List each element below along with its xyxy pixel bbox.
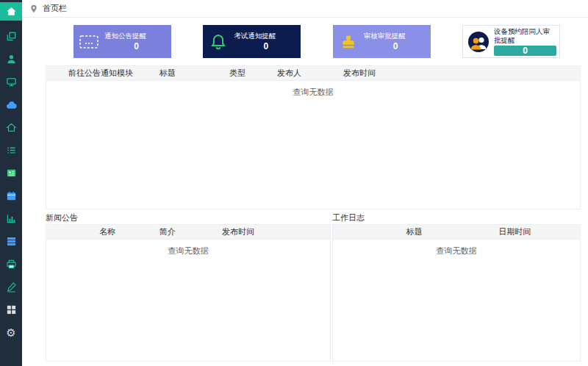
col-title: 标题 [157, 68, 226, 79]
list-icon [6, 145, 17, 156]
news-table-body: 查询无数据 [46, 240, 330, 361]
printer-icon [6, 259, 17, 270]
sidebar-item-list[interactable] [0, 139, 22, 162]
card-exam-reminder[interactable]: 考试通知提醒 0 [203, 25, 301, 58]
sidebar-item-settings[interactable]: ⚙ [0, 321, 22, 344]
col-publish-time: 发布时间 [219, 226, 330, 237]
worklog-table: 标题 日期时间 查询无数据 [332, 224, 581, 362]
card-approval-reminder[interactable]: 审核审批提醒 0 [333, 25, 431, 58]
bottom-panels: 新闻公告 名称 简介 发布时间 查询无数据 工作日志 [46, 212, 581, 362]
location-pin-icon [29, 4, 38, 13]
envelope-icon [74, 25, 104, 58]
cloud-icon [6, 99, 17, 110]
card-title: 设备预约陪同人审批提醒 [494, 27, 556, 45]
news-panel-title: 新闻公告 [46, 212, 331, 224]
sidebar-item-printer[interactable] [0, 253, 22, 276]
sidebar-item-idcard[interactable] [0, 162, 22, 184]
worklog-panel-title: 工作日志 [332, 212, 581, 224]
sidebar-item-calendar[interactable] [0, 184, 22, 207]
sidebar: ⚙ [0, 0, 22, 366]
id-card-icon [6, 168, 17, 179]
card-device-reservation-reminder[interactable]: 设备预约陪同人审批提醒 0 [462, 25, 560, 58]
notice-table-body: 查询无数据 [46, 81, 580, 209]
card-value: 0 [364, 41, 428, 51]
empty-text: 查询无数据 [333, 240, 580, 256]
chart-icon [6, 213, 17, 224]
grid-icon [6, 304, 17, 315]
empty-text: 查询无数据 [46, 240, 330, 256]
user-icon [6, 54, 17, 65]
col-publisher: 发布人 [274, 68, 340, 79]
main-area: 首页栏 通知公告提醒 0 考 [22, 0, 588, 366]
col-name: 名称 [46, 226, 157, 237]
stamp-icon [333, 25, 364, 58]
notice-table: 前往公告通知模块 标题 类型 发布人 发布时间 查询无数据 [46, 65, 581, 209]
sidebar-item-chart[interactable] [0, 207, 22, 230]
card-title: 考试通知提醒 [234, 32, 298, 40]
worklog-panel: 工作日志 标题 日期时间 查询无数据 [332, 212, 581, 362]
summary-cards: 通知公告提醒 0 考试通知提醒 0 [74, 25, 560, 58]
calendar-icon [6, 190, 17, 201]
sidebar-item-server[interactable] [0, 230, 22, 253]
notice-table-header: 前往公告通知模块 标题 类型 发布人 发布时间 [46, 66, 580, 81]
edit-icon [6, 281, 17, 293]
content: 通知公告提醒 0 考试通知提醒 0 [22, 18, 588, 366]
card-title: 通知公告提醒 [104, 32, 168, 40]
news-table-header: 名称 简介 发布时间 [46, 225, 330, 240]
sidebar-item-home[interactable] [0, 2, 22, 21]
sidebar-item-cloud[interactable] [0, 93, 22, 116]
card-value: 0 [494, 46, 556, 56]
sidebar-item-monitor[interactable] [0, 71, 22, 93]
sidebar-item-copy[interactable] [0, 25, 22, 48]
card-notice-reminder[interactable]: 通知公告提醒 0 [74, 25, 171, 58]
col-publish-time: 发布时间 [340, 68, 580, 79]
sidebar-item-edit[interactable] [0, 276, 22, 298]
sidebar-item-grid[interactable] [0, 298, 22, 321]
server-icon [6, 236, 17, 247]
card-value: 0 [104, 41, 168, 51]
sidebar-item-house[interactable] [0, 116, 22, 139]
gear-icon: ⚙ [6, 327, 15, 338]
sidebar-item-user[interactable] [0, 48, 22, 71]
people-icon [463, 26, 494, 57]
card-title: 审核审批提醒 [364, 32, 428, 40]
empty-text: 查询无数据 [46, 81, 580, 98]
col-title: 标题 [333, 226, 495, 237]
col-intro: 简介 [157, 226, 219, 237]
card-value: 0 [234, 41, 298, 51]
monitor-icon [6, 76, 17, 87]
col-type: 类型 [226, 68, 274, 79]
worklog-table-header: 标题 日期时间 [333, 225, 580, 240]
news-table: 名称 简介 发布时间 查询无数据 [46, 224, 331, 362]
worklog-table-body: 查询无数据 [333, 240, 580, 361]
home-icon [6, 6, 17, 17]
app-window: ⚙ 首页栏 通知公告提醒 0 [0, 0, 588, 366]
col-datetime: 日期时间 [495, 226, 580, 237]
copy-icon [6, 31, 17, 42]
news-panel: 新闻公告 名称 简介 发布时间 查询无数据 [46, 212, 331, 362]
bell-icon [203, 25, 234, 58]
house-icon [6, 122, 17, 133]
goto-notice-module-link[interactable]: 前往公告通知模块 [46, 68, 157, 79]
topbar: 首页栏 [22, 0, 588, 18]
page-title: 首页栏 [43, 3, 67, 14]
